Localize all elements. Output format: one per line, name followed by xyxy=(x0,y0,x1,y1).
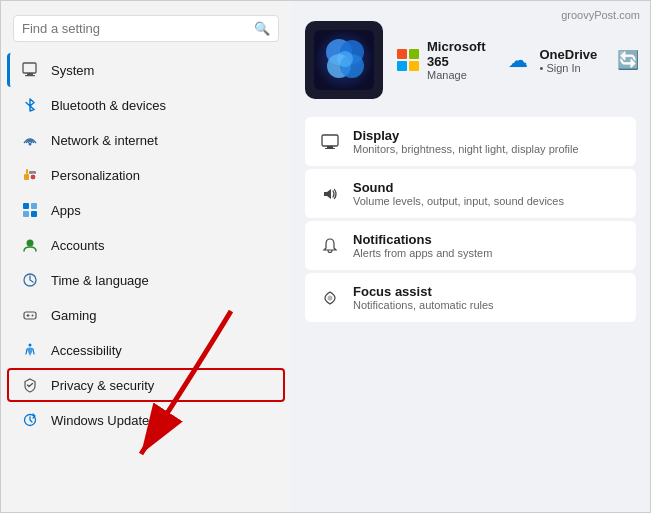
onedrive-info: OneDrive • Sign In xyxy=(540,47,598,74)
card-text-focus: Focus assistNotifications, automatic rul… xyxy=(353,284,494,311)
sidebar-item-accounts[interactable]: Accounts xyxy=(7,228,285,262)
personalization-icon xyxy=(21,166,39,184)
svg-rect-28 xyxy=(325,148,335,149)
card-desc-display: Monitors, brightness, night light, displ… xyxy=(353,143,579,155)
sidebar-label-bluetooth: Bluetooth & devices xyxy=(51,98,166,113)
svg-rect-8 xyxy=(23,203,29,209)
profile-image xyxy=(305,21,383,99)
card-desc-focus: Notifications, automatic rules xyxy=(353,299,494,311)
svg-rect-9 xyxy=(31,203,37,209)
card-notifications[interactable]: NotificationsAlerts from apps and system xyxy=(305,221,636,270)
sidebar-label-accessibility: Accessibility xyxy=(51,343,122,358)
svg-rect-6 xyxy=(26,169,28,174)
main-container: 🔍 SystemBluetooth & devicesNetwork & int… xyxy=(0,0,651,513)
sidebar-label-gaming: Gaming xyxy=(51,308,97,323)
sidebar-item-personalization[interactable]: Personalization xyxy=(7,158,285,192)
card-text-notifications: NotificationsAlerts from apps and system xyxy=(353,232,492,259)
nav-list: SystemBluetooth & devicesNetwork & inter… xyxy=(1,52,291,438)
focus-icon xyxy=(319,287,341,309)
sidebar-item-update[interactable]: Windows Update xyxy=(7,403,285,437)
settings-list: DisplayMonitors, brightness, night light… xyxy=(305,117,636,322)
card-title-notifications: Notifications xyxy=(353,232,492,247)
sidebar-item-bluetooth[interactable]: Bluetooth & devices xyxy=(7,88,285,122)
display-icon xyxy=(319,131,341,153)
profile-apps: Microsoft 365 Manage ☁ OneDrive • Sign I… xyxy=(397,39,639,81)
card-sound[interactable]: SoundVolume levels, output, input, sound… xyxy=(305,169,636,218)
sidebar-label-apps: Apps xyxy=(51,203,81,218)
svg-point-3 xyxy=(29,143,32,146)
privacy-icon xyxy=(21,376,39,394)
svg-point-12 xyxy=(27,240,34,247)
card-title-focus: Focus assist xyxy=(353,284,494,299)
sidebar-item-system[interactable]: System xyxy=(7,53,285,87)
svg-point-25 xyxy=(337,51,353,67)
onedrive-sub: • Sign In xyxy=(540,62,598,74)
search-icon: 🔍 xyxy=(254,21,270,36)
ms365-sub: Manage xyxy=(427,69,492,81)
sidebar-label-time: Time & language xyxy=(51,273,149,288)
sidebar-label-privacy: Privacy & security xyxy=(51,378,154,393)
svg-point-18 xyxy=(29,344,32,347)
card-text-display: DisplayMonitors, brightness, night light… xyxy=(353,128,579,155)
card-focus[interactable]: Focus assistNotifications, automatic rul… xyxy=(305,273,636,322)
card-title-sound: Sound xyxy=(353,180,564,195)
ms365-app[interactable]: Microsoft 365 Manage xyxy=(397,39,492,81)
refresh-icon[interactable]: 🔄 xyxy=(617,49,639,71)
time-icon xyxy=(21,271,39,289)
onedrive-icon: ☁ xyxy=(504,46,532,74)
svg-rect-26 xyxy=(322,135,338,146)
card-desc-notifications: Alerts from apps and system xyxy=(353,247,492,259)
sidebar-label-accounts: Accounts xyxy=(51,238,104,253)
sidebar-label-update: Windows Update xyxy=(51,413,149,428)
svg-rect-4 xyxy=(24,174,29,180)
gaming-icon xyxy=(21,306,39,324)
onedrive-name: OneDrive xyxy=(540,47,598,62)
system-icon xyxy=(21,61,39,79)
sidebar-label-system: System xyxy=(51,63,94,78)
sidebar: 🔍 SystemBluetooth & devicesNetwork & int… xyxy=(1,1,291,512)
windows11-logo xyxy=(314,30,374,90)
watermark: groovyPost.com xyxy=(561,9,640,21)
card-title-display: Display xyxy=(353,128,579,143)
sidebar-item-accessibility[interactable]: Accessibility xyxy=(7,333,285,367)
sidebar-item-network[interactable]: Network & internet xyxy=(7,123,285,157)
svg-rect-0 xyxy=(23,63,36,73)
sidebar-item-time[interactable]: Time & language xyxy=(7,263,285,297)
profile-section: Microsoft 365 Manage ☁ OneDrive • Sign I… xyxy=(305,13,636,109)
card-display[interactable]: DisplayMonitors, brightness, night light… xyxy=(305,117,636,166)
svg-rect-1 xyxy=(27,73,33,75)
search-box[interactable]: 🔍 xyxy=(13,15,279,42)
card-text-sound: SoundVolume levels, output, input, sound… xyxy=(353,180,564,207)
ms365-info: Microsoft 365 Manage xyxy=(427,39,492,81)
sound-icon xyxy=(319,183,341,205)
svg-point-29 xyxy=(328,295,333,300)
svg-rect-10 xyxy=(23,211,29,217)
update-icon xyxy=(21,411,39,429)
bluetooth-icon xyxy=(21,96,39,114)
svg-rect-27 xyxy=(327,146,333,148)
ms365-icon xyxy=(397,46,419,74)
search-input[interactable] xyxy=(22,21,248,36)
svg-point-17 xyxy=(32,315,34,317)
sidebar-label-network: Network & internet xyxy=(51,133,158,148)
accounts-icon xyxy=(21,236,39,254)
network-icon xyxy=(21,131,39,149)
right-panel: groovyPost.com xyxy=(291,1,650,512)
svg-point-7 xyxy=(30,174,36,180)
apps-icon xyxy=(21,201,39,219)
ms365-name: Microsoft 365 xyxy=(427,39,492,69)
onedrive-app[interactable]: ☁ OneDrive • Sign In xyxy=(504,46,598,74)
notifications-icon xyxy=(319,235,341,257)
svg-rect-14 xyxy=(24,312,36,319)
sidebar-item-gaming[interactable]: Gaming xyxy=(7,298,285,332)
sidebar-item-apps[interactable]: Apps xyxy=(7,193,285,227)
svg-rect-2 xyxy=(25,75,35,76)
svg-rect-11 xyxy=(31,211,37,217)
sidebar-label-personalization: Personalization xyxy=(51,168,140,183)
sidebar-item-privacy[interactable]: Privacy & security xyxy=(7,368,285,402)
accessibility-icon xyxy=(21,341,39,359)
card-desc-sound: Volume levels, output, input, sound devi… xyxy=(353,195,564,207)
